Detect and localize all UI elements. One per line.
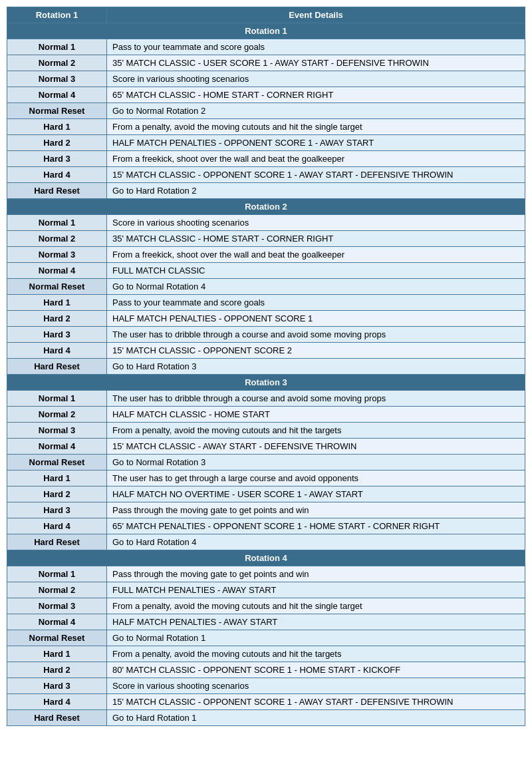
row-detail: Pass through the moving gate to get poin…: [107, 502, 525, 518]
row-detail: Go to Hard Rotation 2: [107, 183, 525, 199]
table-row: Normal 2FULL MATCH PENALTIES - AWAY STAR…: [7, 582, 525, 598]
row-label: Hard 2: [7, 662, 107, 678]
table-row: Hard 465' MATCH PENALTIES - OPPONENT SCO…: [7, 518, 525, 534]
row-label: Normal 1: [7, 391, 107, 407]
table-row: Normal ResetGo to Normal Rotation 2: [7, 103, 525, 119]
row-label: Hard 1: [7, 119, 107, 135]
row-detail: 15' MATCH CLASSIC - OPPONENT SCORE 1 - A…: [107, 694, 525, 710]
row-detail: From a freekick, shoot over the wall and…: [107, 247, 525, 263]
row-label: Hard 3: [7, 678, 107, 694]
table-row: Normal 3From a penalty, avoid the moving…: [7, 598, 525, 614]
table-row: Hard 3The user has to dribble through a …: [7, 327, 525, 343]
row-label: Hard Reset: [7, 534, 107, 550]
row-label: Hard 3: [7, 327, 107, 343]
row-label: Hard 2: [7, 135, 107, 151]
rotation-title-1: Rotation 1: [7, 23, 525, 39]
row-detail: Go to Normal Rotation 1: [107, 630, 525, 646]
col1-header: Rotation 1: [7, 7, 107, 23]
row-detail: The user has to dribble through a course…: [107, 327, 525, 343]
table-row: Hard 2HALF MATCH PENALTIES - OPPONENT SC…: [7, 135, 525, 151]
table-row: Hard 1From a penalty, avoid the moving c…: [7, 119, 525, 135]
row-label: Normal Reset: [7, 279, 107, 295]
rotation-header-3: Rotation 3: [7, 375, 525, 391]
row-label: Normal 4: [7, 439, 107, 455]
row-label: Hard Reset: [7, 710, 107, 726]
table-header: Rotation 1 Event Details: [7, 7, 525, 23]
row-label: Hard 4: [7, 167, 107, 183]
table-row: Hard 280' MATCH CLASSIC - OPPONENT SCORE…: [7, 662, 525, 678]
row-detail: FULL MATCH CLASSIC: [107, 263, 525, 279]
table-row: Hard 3Pass through the moving gate to ge…: [7, 502, 525, 518]
row-label: Normal 4: [7, 614, 107, 630]
row-label: Hard 3: [7, 502, 107, 518]
table-row: Hard ResetGo to Hard Rotation 3: [7, 359, 525, 375]
row-label: Normal Reset: [7, 630, 107, 646]
row-detail: From a penalty, avoid the moving cutouts…: [107, 119, 525, 135]
table-row: Hard 1Pass to your teammate and score go…: [7, 295, 525, 311]
table-row: Hard 2HALF MATCH PENALTIES - OPPONENT SC…: [7, 311, 525, 327]
row-detail: HALF MATCH PENALTIES - OPPONENT SCORE 1: [107, 311, 525, 327]
row-label: Hard 2: [7, 311, 107, 327]
row-detail: 80' MATCH CLASSIC - OPPONENT SCORE 1 - H…: [107, 662, 525, 678]
row-label: Hard 1: [7, 295, 107, 311]
row-detail: Pass to your teammate and score goals: [107, 295, 525, 311]
table-row: Normal 3From a freekick, shoot over the …: [7, 247, 525, 263]
row-label: Normal Reset: [7, 455, 107, 471]
table-row: Hard 415' MATCH CLASSIC - OPPONENT SCORE…: [7, 167, 525, 183]
table-row: Hard 415' MATCH CLASSIC - OPPONENT SCORE…: [7, 694, 525, 710]
table-row: Hard ResetGo to Hard Rotation 2: [7, 183, 525, 199]
row-label: Hard 4: [7, 694, 107, 710]
table-row: Normal 1The user has to dribble through …: [7, 391, 525, 407]
table-row: Normal 415' MATCH CLASSIC - AWAY START -…: [7, 439, 525, 455]
table-row: Normal 1Pass to your teammate and score …: [7, 39, 525, 55]
rotation-header-4: Rotation 4: [7, 550, 525, 566]
table-row: Normal 1Score in various shooting scenar…: [7, 215, 525, 231]
table-row: Hard 2HALF MATCH NO OVERTIME - USER SCOR…: [7, 486, 525, 502]
table-row: Normal 3Score in various shooting scenar…: [7, 71, 525, 87]
row-detail: Score in various shooting scenarios: [107, 678, 525, 694]
row-label: Hard 3: [7, 151, 107, 167]
row-detail: 65' MATCH PENALTIES - OPPONENT SCORE 1 -…: [107, 518, 525, 534]
row-label: Hard 2: [7, 486, 107, 502]
row-label: Normal 2: [7, 231, 107, 247]
rotation-table: Rotation 1 Event Details Rotation 1Norma…: [7, 7, 525, 726]
row-detail: Go to Hard Rotation 4: [107, 534, 525, 550]
row-label: Hard 1: [7, 646, 107, 662]
table-row: Normal 1Pass through the moving gate to …: [7, 566, 525, 582]
row-detail: 15' MATCH CLASSIC - AWAY START - DEFENSI…: [107, 439, 525, 455]
row-detail: 35' MATCH CLASSIC - USER SCORE 1 - AWAY …: [107, 55, 525, 71]
row-detail: Go to Hard Rotation 1: [107, 710, 525, 726]
row-detail: The user has to get through a large cour…: [107, 471, 525, 486]
row-detail: From a penalty, avoid the moving cutouts…: [107, 423, 525, 439]
row-label: Normal 2: [7, 407, 107, 423]
table-row: Normal 2HALF MATCH CLASSIC - HOME START: [7, 407, 525, 423]
col2-header: Event Details: [107, 7, 525, 23]
row-detail: Go to Normal Rotation 4: [107, 279, 525, 295]
row-detail: 15' MATCH CLASSIC - OPPONENT SCORE 1 - A…: [107, 167, 525, 183]
table-row: Normal ResetGo to Normal Rotation 4: [7, 279, 525, 295]
rotation-header-2: Rotation 2: [7, 199, 525, 215]
row-label: Hard Reset: [7, 183, 107, 199]
rotation-title-2: Rotation 2: [7, 199, 525, 215]
table-row: Hard 1The user has to get through a larg…: [7, 471, 525, 486]
row-label: Hard 1: [7, 471, 107, 486]
row-label: Normal 3: [7, 598, 107, 614]
table-row: Hard ResetGo to Hard Rotation 1: [7, 710, 525, 726]
table-row: Normal ResetGo to Normal Rotation 3: [7, 455, 525, 471]
table-row: Normal 465' MATCH CLASSIC - HOME START -…: [7, 87, 525, 103]
rotation-header-1: Rotation 1: [7, 23, 525, 39]
row-detail: HALF MATCH PENALTIES - OPPONENT SCORE 1 …: [107, 135, 525, 151]
row-label: Hard 4: [7, 343, 107, 359]
row-label: Hard Reset: [7, 359, 107, 375]
row-detail: The user has to dribble through a course…: [107, 391, 525, 407]
row-detail: HALF MATCH CLASSIC - HOME START: [107, 407, 525, 423]
rotation-title-3: Rotation 3: [7, 375, 525, 391]
table-row: Normal 235' MATCH CLASSIC - HOME START -…: [7, 231, 525, 247]
row-detail: FULL MATCH PENALTIES - AWAY START: [107, 582, 525, 598]
table-row: Normal ResetGo to Normal Rotation 1: [7, 630, 525, 646]
table-row: Hard 3Score in various shooting scenario…: [7, 678, 525, 694]
table-row: Normal 235' MATCH CLASSIC - USER SCORE 1…: [7, 55, 525, 71]
row-label: Normal 3: [7, 247, 107, 263]
row-label: Normal 1: [7, 566, 107, 582]
table-row: Hard 3From a freekick, shoot over the wa…: [7, 151, 525, 167]
